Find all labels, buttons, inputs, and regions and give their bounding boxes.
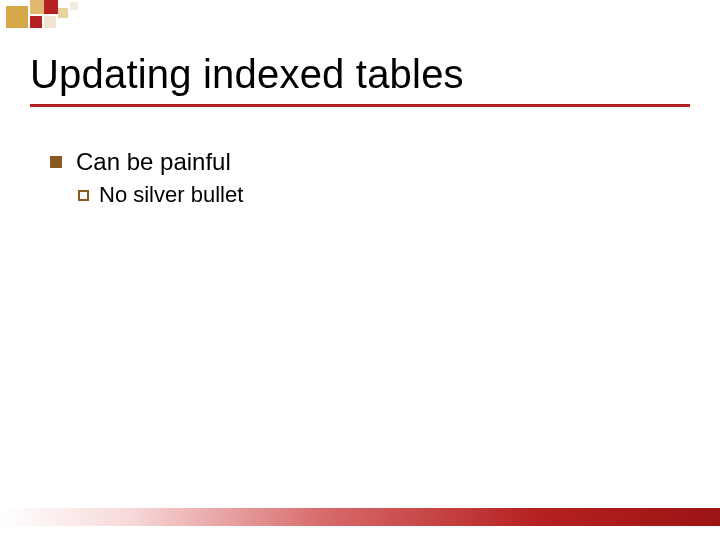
deco-square-icon bbox=[30, 16, 42, 28]
deco-square-icon bbox=[6, 6, 28, 28]
slide-body: Can be painful No silver bullet bbox=[50, 148, 670, 208]
title-underline bbox=[30, 104, 690, 107]
slide: Updating indexed tables Can be painful N… bbox=[0, 0, 720, 540]
bullet-text: Can be painful bbox=[76, 148, 231, 176]
deco-square-icon bbox=[30, 0, 44, 14]
deco-square-icon bbox=[44, 0, 58, 14]
bullet-level-2: No silver bullet bbox=[78, 182, 670, 208]
deco-square-icon bbox=[44, 16, 56, 28]
corner-squares-decoration bbox=[0, 0, 150, 40]
deco-square-icon bbox=[58, 8, 68, 18]
bullet-text: No silver bullet bbox=[99, 182, 243, 208]
deco-square-icon bbox=[70, 2, 78, 10]
bullet-level-1: Can be painful bbox=[50, 148, 670, 176]
square-bullet-hollow-icon bbox=[78, 190, 89, 201]
square-bullet-filled-icon bbox=[50, 156, 62, 168]
slide-title: Updating indexed tables bbox=[30, 52, 464, 97]
footer-gradient-bar bbox=[0, 508, 720, 526]
